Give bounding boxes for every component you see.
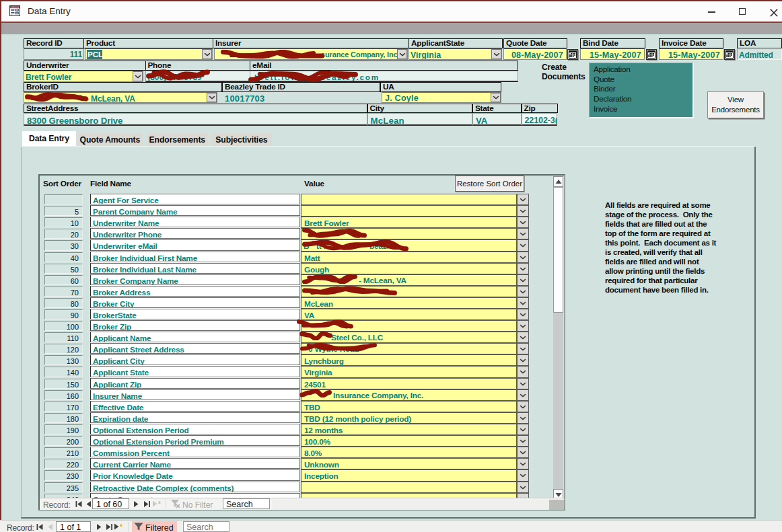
svg-text:*: * <box>120 523 122 530</box>
svg-text:*: * <box>158 500 161 507</box>
